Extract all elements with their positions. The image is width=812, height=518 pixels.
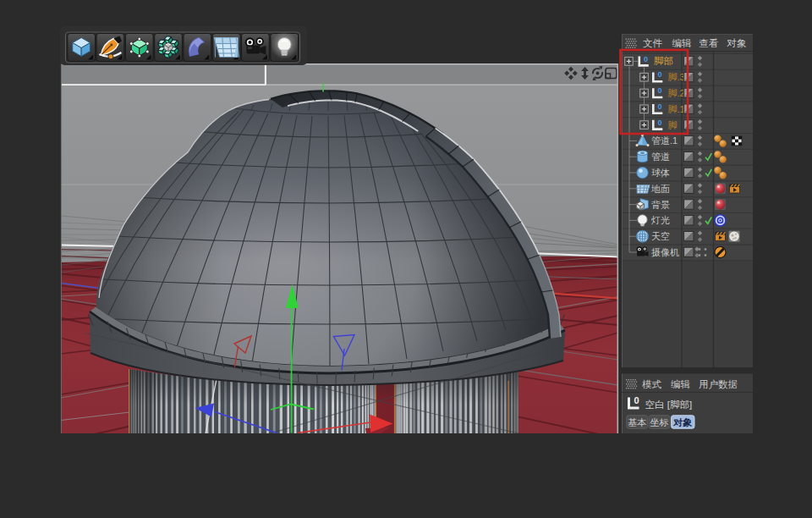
svg-text:脚.2: 脚.2	[668, 88, 685, 98]
svg-text:背景: 背景	[651, 200, 670, 210]
svg-text:编辑: 编辑	[671, 379, 691, 389]
svg-text:球体: 球体	[651, 168, 670, 178]
svg-text:0: 0	[658, 86, 662, 95]
svg-text:0: 0	[658, 70, 662, 79]
svg-text:0: 0	[634, 395, 639, 405]
svg-text:基本: 基本	[628, 417, 646, 427]
svg-text:脚.3: 脚.3	[668, 72, 685, 82]
svg-text:天空: 天空	[651, 231, 670, 241]
svg-text:对象: 对象	[672, 417, 692, 427]
svg-text:0: 0	[644, 55, 648, 63]
svg-text:0: 0	[658, 118, 662, 127]
svg-text:查看: 查看	[700, 38, 719, 48]
svg-text:脚部: 脚部	[654, 56, 673, 66]
svg-text:0: 0	[658, 102, 662, 111]
svg-text:脚.1: 脚.1	[668, 104, 685, 114]
svg-text:文件: 文件	[643, 38, 663, 48]
svg-text:空白 [脚部]: 空白 [脚部]	[645, 400, 693, 410]
svg-text:用户数据: 用户数据	[699, 379, 738, 389]
svg-text:管道: 管道	[651, 152, 670, 162]
svg-text:摄像机: 摄像机	[651, 247, 679, 257]
svg-text:坐标: 坐标	[650, 417, 669, 427]
svg-text:管道.1: 管道.1	[651, 135, 678, 146]
svg-text:编辑: 编辑	[672, 38, 693, 48]
svg-text:地面: 地面	[650, 184, 670, 194]
svg-text:模式: 模式	[642, 379, 662, 389]
svg-text:灯光: 灯光	[650, 215, 670, 225]
svg-text:对象: 对象	[727, 38, 747, 48]
svg-text:脚: 脚	[668, 120, 678, 130]
